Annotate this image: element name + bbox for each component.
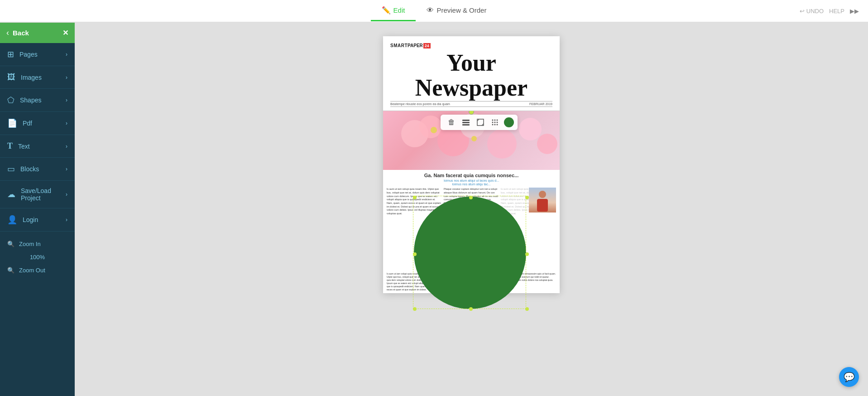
text-arrow-icon: › (66, 143, 67, 150)
undo-button[interactable]: ↩ UNDO (800, 8, 824, 14)
green-circle-shape[interactable] (414, 197, 526, 309)
svg-point-12 (492, 124, 494, 126)
pdf-arrow-icon: › (66, 120, 67, 126)
preview-icon: 👁 (427, 6, 434, 14)
delete-button[interactable]: 🗑 (444, 116, 459, 128)
sidebar-pages-label: Pages (19, 51, 38, 58)
sidebar-item-blocks[interactable]: ▭ Blocks › (0, 158, 75, 181)
images-arrow-icon: › (66, 74, 67, 81)
help-link[interactable]: HELP (829, 8, 844, 14)
chat-icon: 💬 (844, 372, 855, 382)
blocks-arrow-icon: › (66, 166, 67, 172)
svg-point-15 (539, 191, 546, 198)
thumbnail-image[interactable] (529, 188, 556, 212)
color-button[interactable] (504, 117, 514, 127)
selection-handle-bl[interactable] (413, 307, 417, 311)
close-icon[interactable]: ✕ (62, 29, 68, 37)
blocks-icon: ▭ (7, 164, 15, 174)
zoom-out-button[interactable]: 🔍 Zoom Out (0, 262, 75, 278)
content-columns: Is aum ut iam volupi quia rosam ibis. Ul… (387, 188, 556, 260)
login-icon: 👤 (7, 215, 17, 225)
tab-edit-label: Edit (393, 6, 405, 14)
canvas-area[interactable]: SMART PAPER 24 Your Newspaper Beatempe r… (75, 23, 868, 396)
layers-button[interactable] (459, 117, 473, 128)
newspaper-hero-image[interactable]: 🗑 (383, 111, 560, 170)
svg-rect-0 (462, 120, 470, 121)
flower-petal-7 (537, 134, 557, 154)
pages-icon: ⊞ (7, 49, 14, 59)
pdf-icon: 📄 (7, 118, 17, 128)
content-subhead2: Ioimus nos atum aliqu tac... (387, 183, 556, 186)
float-toolbar: 🗑 (441, 115, 518, 130)
sidebar-images-label: Images (21, 74, 42, 81)
sidebar-item-pages[interactable]: ⊞ Pages › (0, 43, 75, 66)
pages-arrow-icon: › (66, 51, 67, 58)
newspaper-meta-right: FEBRUAR 2019 (529, 102, 552, 106)
selection-handle-br[interactable] (525, 307, 529, 311)
tab-edit[interactable]: ✏️ Edit (371, 0, 416, 21)
edit-icon: ✏️ (382, 6, 391, 14)
chat-button[interactable]: 💬 (839, 367, 859, 387)
svg-point-6 (492, 120, 494, 121)
tab-preview[interactable]: 👁 Preview & Order (416, 0, 497, 21)
images-icon: 🖼 (7, 72, 15, 82)
top-bar-right: ↩ UNDO HELP ▶▶ (800, 8, 859, 14)
sidebar-back-button[interactable]: ‹ Back ✕ (0, 23, 75, 43)
redo-icon[interactable]: ▶▶ (850, 8, 859, 14)
undo-label: UNDO (806, 8, 824, 14)
logo-paper: PAPER (408, 43, 423, 48)
zoom-in-label: Zoom In (19, 241, 41, 247)
logo-smart: SMART (390, 43, 408, 48)
tab-group: ✏️ Edit 👁 Preview & Order (371, 0, 498, 21)
shapes-icon: ⬠ (7, 95, 14, 105)
zoom-percent-display: 100% (0, 252, 75, 262)
sidebar-text-label: Text (18, 143, 30, 150)
sidebar-pdf-label: Pdf (23, 120, 32, 127)
login-arrow-icon: › (66, 217, 67, 223)
content-headline: Ga. Nam facerat quia cumquis nonsec... (387, 173, 556, 178)
sidebar-item-saveload[interactable]: ☁ Save/Load Project › (0, 181, 75, 208)
undo-arrow-icon: ↩ (800, 8, 805, 14)
newspaper-meta: Beatempe rilouste eos porem ea dia quam … (390, 101, 552, 107)
svg-point-7 (494, 120, 496, 121)
sidebar-item-images[interactable]: 🖼 Images › (0, 66, 75, 89)
sidebar-item-pdf[interactable]: 📄 Pdf › (0, 112, 75, 135)
newspaper-logo: SMART PAPER 24 (390, 43, 431, 48)
newspaper-header: SMART PAPER 24 Your Newspaper Beatempe r… (383, 36, 560, 111)
svg-point-13 (494, 124, 496, 126)
svg-rect-2 (462, 124, 470, 126)
zoom-section: 🔍 Zoom In 100% 🔍 Zoom Out (0, 232, 75, 283)
back-label: Back (13, 29, 29, 37)
newspaper-preview: SMART PAPER 24 Your Newspaper Beatempe r… (383, 36, 560, 293)
text-icon: T (7, 141, 13, 151)
resize-button[interactable] (473, 117, 488, 128)
newspaper-title: Your Newspaper (390, 51, 552, 100)
sidebar-saveload-label: Save/Load Project (21, 187, 60, 202)
sidebar-item-text[interactable]: T Text › (0, 135, 75, 158)
saveload-arrow-icon: › (66, 191, 67, 198)
svg-point-11 (497, 122, 498, 123)
tab-preview-label: Preview & Order (436, 6, 486, 14)
svg-point-14 (497, 124, 498, 126)
zoom-in-icon: 🔍 (7, 241, 14, 247)
selection-handle-bc[interactable] (469, 307, 473, 311)
svg-point-10 (494, 122, 496, 123)
sidebar-item-shapes[interactable]: ⬠ Shapes › (0, 89, 75, 112)
sidebar-shapes-label: Shapes (20, 97, 41, 104)
flower-petal-6 (519, 118, 542, 140)
newspaper-meta-left: Beatempe rilouste eos porem ea dia quam (390, 102, 450, 106)
svg-point-8 (497, 120, 498, 121)
flower-center-2 (471, 136, 477, 141)
flower-petal-5 (487, 129, 517, 159)
sidebar-item-login[interactable]: 👤 Login › (0, 208, 75, 232)
zoom-in-button[interactable]: 🔍 Zoom In (0, 236, 75, 252)
sidebar-login-label: Login (23, 216, 38, 223)
sidebar: ‹ Back ✕ ⊞ Pages › 🖼 Images › ⬠ Shapes › (0, 23, 75, 396)
grid-button[interactable] (488, 117, 502, 128)
svg-rect-16 (537, 199, 548, 212)
content-subhead1: Ioimus nos atum aliqui ut laces quis d..… (387, 179, 556, 182)
main-layout: ‹ Back ✕ ⊞ Pages › 🖼 Images › ⬠ Shapes › (0, 23, 868, 396)
svg-point-9 (492, 122, 494, 123)
back-arrow-icon: ‹ (6, 28, 9, 38)
zoom-out-icon: 🔍 (7, 267, 14, 274)
